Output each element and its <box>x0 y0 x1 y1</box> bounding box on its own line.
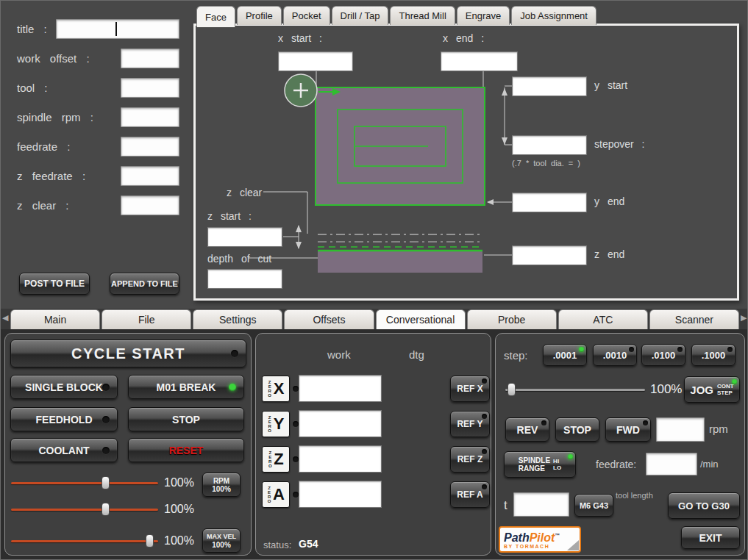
y-end-input[interactable] <box>512 193 587 212</box>
tab-offsets[interactable]: Offsets <box>284 309 374 329</box>
step-0100-button[interactable]: .0100 <box>641 344 685 366</box>
feedrate-override-slider[interactable] <box>11 475 158 490</box>
title-input[interactable] <box>56 19 179 39</box>
tab-face[interactable]: Face <box>196 6 235 27</box>
depth-of-cut-input[interactable] <box>207 269 282 289</box>
zero-label: ZERO <box>267 486 271 503</box>
z-end-input[interactable] <box>512 245 587 265</box>
maxvel-override-slider[interactable] <box>11 534 158 548</box>
spindle-range-button[interactable]: SPINDLE RANGE HI LO <box>504 451 576 478</box>
spindle-rev-button[interactable]: REV <box>505 417 549 442</box>
zero-a-button[interactable]: ZERO A <box>262 481 290 508</box>
ref-z-led <box>482 449 487 454</box>
tab-profile[interactable]: Profile <box>237 6 282 25</box>
zero-x-button[interactable]: ZERO X <box>262 376 290 402</box>
tab-thread-mill[interactable]: Thread Mill <box>390 6 455 25</box>
spindle-stop-button[interactable]: STOP <box>555 417 599 442</box>
tab-scroll-left-icon[interactable]: ◀ <box>2 313 8 323</box>
feedhold-button[interactable]: FEEDHOLD <box>10 407 118 431</box>
ref-a-button[interactable]: REF A <box>450 481 490 508</box>
tab-pocket[interactable]: Pocket <box>283 6 330 25</box>
tool-number-input[interactable] <box>513 492 569 517</box>
work-offset-label: work offset : <box>17 49 90 68</box>
rpm-100-button[interactable]: RPM 100% <box>202 473 241 497</box>
step-label: step: <box>504 349 528 362</box>
coolant-button[interactable]: COOLANT <box>10 438 118 462</box>
reset-button[interactable]: RESET <box>128 438 244 462</box>
work-header: work <box>327 348 351 361</box>
tab-settings[interactable]: Settings <box>193 309 282 329</box>
x-end-input[interactable] <box>441 51 518 71</box>
z-clear-label: z clear : <box>17 195 69 215</box>
m01-break-button[interactable]: M01 BREAK <box>128 375 244 399</box>
zero-z-button[interactable]: ZERO Z <box>262 446 290 473</box>
single-block-button[interactable]: SINGLE BLOCK <box>10 375 118 399</box>
ref-x-button[interactable]: REF X <box>450 376 490 402</box>
spindle-rpm-input[interactable] <box>121 107 179 127</box>
spindle-rpm-readout[interactable] <box>656 417 705 442</box>
coolant-led <box>102 447 110 454</box>
step-0010-button[interactable]: .0010 <box>593 344 637 366</box>
x-start-input[interactable] <box>278 51 353 71</box>
stepover-input[interactable] <box>512 135 587 155</box>
cycle-start-button[interactable]: CYCLE START <box>10 340 246 367</box>
a-dro-field[interactable] <box>299 481 382 508</box>
maxvel-line2: 100% <box>212 541 231 549</box>
x-dro-field[interactable] <box>299 375 382 402</box>
coolant-label: COOLANT <box>38 445 89 456</box>
stop-label: STOP <box>172 414 200 426</box>
z-clear-input[interactable] <box>121 195 179 215</box>
x-axis-led <box>293 386 299 392</box>
exit-button[interactable]: EXIT <box>681 526 740 549</box>
stop-button[interactable]: STOP <box>128 407 244 431</box>
tab-engrave[interactable]: Engrave <box>457 6 510 25</box>
z-start-input[interactable] <box>207 227 282 247</box>
slider-handle[interactable] <box>507 383 516 396</box>
y-dro-field[interactable] <box>299 410 382 437</box>
z-end-label: z end <box>594 248 624 260</box>
axis-x-letter: X <box>274 379 285 398</box>
feedrate-readout[interactable] <box>646 453 697 475</box>
work-offset-input[interactable] <box>121 49 179 68</box>
ref-z-button[interactable]: REF Z <box>450 446 490 473</box>
step-0100-led <box>677 347 683 352</box>
slider-handle[interactable] <box>146 534 154 548</box>
jog-speed-slider[interactable] <box>505 382 645 397</box>
maxvel-100-button[interactable]: MAX VEL 100% <box>202 528 241 553</box>
tool-input[interactable] <box>121 78 179 98</box>
m01-break-label: M01 BREAK <box>157 381 216 393</box>
z-feedrate-input[interactable] <box>121 166 179 186</box>
spindle-fwd-button[interactable]: FWD <box>605 417 651 442</box>
rpm-override-slider[interactable] <box>11 502 158 517</box>
tab-file[interactable]: File <box>101 309 191 329</box>
step-0001-led <box>579 347 584 352</box>
jog-cont-step-button[interactable]: JOG CONT STEP <box>684 376 740 403</box>
feedrate-input[interactable] <box>121 137 179 157</box>
zero-label: ZERO <box>268 450 272 468</box>
tab-scroll-right-icon[interactable]: ▶ <box>741 313 747 323</box>
zero-y-button[interactable]: ZERO Y <box>262 411 290 437</box>
tab-job-assignment[interactable]: Job Assignment <box>511 6 596 25</box>
slider-handle[interactable] <box>101 503 110 516</box>
tab-main[interactable]: Main <box>10 309 100 329</box>
tab-scanner[interactable]: Scanner <box>649 309 739 329</box>
tab-conversational[interactable]: Conversational <box>376 309 466 329</box>
slider-track <box>11 482 158 484</box>
step-1000-button[interactable]: .1000 <box>691 344 735 366</box>
y-start-input[interactable] <box>512 76 587 96</box>
ref-y-button[interactable]: REF Y <box>450 411 490 437</box>
m6-g43-button[interactable]: M6 G43 <box>574 494 613 517</box>
go-to-g30-button[interactable]: GO TO G30 <box>668 492 740 519</box>
y-end-label: y end <box>594 195 624 207</box>
dro-panel: work dtg ZERO X REF X ZERO Y REF Y ZERO … <box>255 333 491 556</box>
spindle-rpm-label: spindle rpm : <box>17 107 93 127</box>
post-to-file-button[interactable]: POST TO FILE <box>19 273 90 295</box>
slider-handle[interactable] <box>101 476 110 489</box>
tab-atc[interactable]: ATC <box>558 309 648 329</box>
ref-x-label: REF X <box>457 384 482 394</box>
step-0001-button[interactable]: .0001 <box>543 344 587 366</box>
tab-probe[interactable]: Probe <box>467 309 557 329</box>
z-dro-field[interactable] <box>299 445 382 473</box>
append-to-file-button[interactable]: APPEND TO FILE <box>110 273 179 295</box>
tab-drill-tap[interactable]: Drill / Tap <box>332 6 389 25</box>
